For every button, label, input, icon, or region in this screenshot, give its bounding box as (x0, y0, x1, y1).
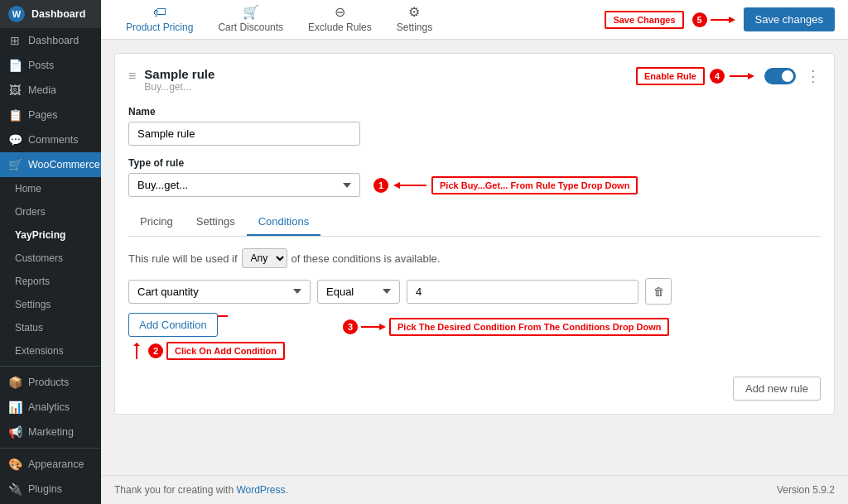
sidebar-item-woocommerce[interactable]: 🛒 WooCommerce (0, 152, 101, 177)
inner-tab-conditions[interactable]: Conditions (247, 209, 320, 236)
condition-value-input[interactable] (407, 280, 638, 304)
sidebar-item-appearance[interactable]: 🎨 Appearance (0, 452, 101, 477)
rule-title: Sample rule (144, 67, 214, 81)
sidebar-logo[interactable]: W Dashboard (0, 0, 101, 28)
sidebar-item-yaypricing[interactable]: YayPricing (0, 223, 101, 247)
sidebar-item-posts[interactable]: 📄 Posts (0, 53, 101, 78)
conditions-section: This rule will be used if Any All of the… (128, 248, 821, 401)
sidebar-item-products[interactable]: 📦 Products (0, 370, 101, 395)
plugins-icon: 🔌 (8, 482, 22, 496)
name-input[interactable] (128, 122, 360, 146)
dashboard-icon: ⊞ (8, 34, 22, 47)
rule-type-select-wrap: Buy...get... Percentage discount Fixed d… (128, 173, 360, 197)
svg-marker-5 (393, 182, 400, 189)
top-save-area: Save Changes 5 Save changes (605, 7, 835, 31)
exclude-rules-icon: ⊖ (335, 4, 345, 20)
sidebar-item-comments[interactable]: 💬 Comments (0, 127, 101, 152)
sidebar-item-analytics[interactable]: 📊 Analytics (0, 395, 101, 420)
tab-cart-discounts[interactable]: 🛒 Cart Discounts (206, 0, 295, 41)
hamburger-icon[interactable]: ≡ (128, 69, 136, 84)
footer-version: Version 5.9.2 (777, 484, 835, 496)
tab-exclude-rules[interactable]: ⊖ Exclude Rules (296, 0, 383, 41)
tab-settings-icon: ⚙ (408, 4, 420, 20)
conditions-desc-prefix: This rule will be used if (128, 252, 238, 265)
rule-header-left: ≡ Sample rule Buy...get... (128, 67, 214, 93)
marketing-icon: 📢 (8, 425, 22, 439)
sidebar-item-settings-woo[interactable]: Settings (0, 293, 101, 316)
annotation-callout-2: Click On Add Condition (166, 342, 285, 360)
tab-product-pricing[interactable]: 🏷 Product Pricing (114, 0, 205, 41)
sidebar-item-extensions[interactable]: Extensions (0, 339, 101, 362)
footer: Thank you for creating with WordPress. V… (101, 475, 848, 504)
inner-tab-pricing[interactable]: Pricing (128, 209, 185, 236)
annotation-number-1: 1 (373, 178, 388, 193)
sidebar-label-home: Home (15, 183, 41, 194)
appearance-icon: 🎨 (8, 458, 22, 471)
annotation-number-2: 2 (148, 343, 163, 358)
condition-delete-button[interactable]: 🗑 (645, 278, 672, 305)
rule-type-form-group: Type of rule Buy...get... Percentage dis… (128, 157, 821, 197)
sidebar-label-settings-woo: Settings (15, 299, 51, 310)
media-icon: 🖼 (8, 84, 22, 97)
pages-icon: 📋 (8, 108, 22, 122)
sidebar-label-yaypricing: YayPricing (15, 229, 65, 241)
condition-type-select[interactable]: Cart quantity Cart total Product (128, 280, 311, 304)
add-condition-button[interactable]: Add Condition (128, 313, 218, 337)
sidebar-item-reports[interactable]: Reports (0, 270, 101, 293)
sidebar-item-marketing[interactable]: 📢 Marketing (0, 420, 101, 444)
name-label: Name (128, 106, 821, 118)
sidebar-item-pages[interactable]: 📋 Pages (0, 103, 101, 127)
tab-settings-label: Settings (397, 22, 432, 33)
rule-card: ≡ Sample rule Buy...get... Enable Rule 4 (114, 53, 835, 415)
annotation-3-callout-area: 3 Pick The Desired Condition From The Co… (343, 318, 669, 336)
annotation-2-wrap: 2 Click On Add Condition (128, 342, 285, 360)
rule-type-select[interactable]: Buy...get... Percentage discount Fixed d… (128, 173, 360, 197)
inner-tabs: Pricing Settings Conditions (128, 209, 821, 237)
comments-icon: 💬 (8, 133, 22, 146)
arrow-4-svg (730, 70, 754, 83)
sidebar-item-home[interactable]: Home (0, 177, 101, 200)
save-changes-button[interactable]: Save changes (744, 7, 835, 31)
analytics-icon: 📊 (8, 401, 22, 414)
wp-icon: W (8, 6, 25, 22)
rule-subtitle: Buy...get... (144, 81, 214, 93)
add-condition-area: Add Condition 2 Click On Add Condition (128, 313, 821, 360)
conditions-desc-suffix: of these conditions is available. (292, 252, 441, 265)
arrow-5-svg (711, 13, 735, 26)
main-content: 🏷 Product Pricing 🛒 Cart Discounts ⊖ Exc… (101, 0, 848, 504)
add-new-rule-button[interactable]: Add new rule (733, 377, 821, 401)
arrow-3-right-svg (361, 320, 386, 334)
sidebar-item-status[interactable]: Status (0, 316, 101, 339)
sidebar-item-media[interactable]: 🖼 Media (0, 78, 101, 103)
sidebar-logo-label: Dashboard (31, 8, 85, 20)
name-form-group: Name (128, 106, 821, 146)
sidebar-label-dashboard: Dashboard (28, 35, 79, 46)
rule-header-right: Enable Rule 4 ⋮ (636, 67, 821, 85)
enable-rule-toggle[interactable] (764, 68, 796, 84)
enable-rule-annotation: Enable Rule 4 (636, 67, 754, 85)
sidebar-item-dashboard[interactable]: ⊞ Dashboard (0, 28, 101, 53)
tab-cart-discounts-label: Cart Discounts (218, 22, 283, 33)
sidebar-label-extensions: Extensions (15, 345, 64, 357)
footer-wordpress-link[interactable]: WordPress. (236, 484, 287, 496)
tab-product-pricing-label: Product Pricing (126, 22, 193, 33)
products-icon: 📦 (8, 376, 22, 389)
sidebar: W Dashboard ⊞ Dashboard 📄 Posts 🖼 Media … (0, 0, 101, 504)
svg-marker-1 (729, 17, 735, 23)
inner-tab-settings[interactable]: Settings (185, 209, 247, 236)
annotation-callout-4: Enable Rule (636, 67, 705, 85)
sidebar-item-plugins[interactable]: 🔌 Plugins (0, 477, 101, 502)
sidebar-item-customers[interactable]: Customers (0, 247, 101, 270)
posts-icon: 📄 (8, 59, 22, 72)
sidebar-label-comments: Comments (28, 134, 78, 146)
annotation-callout-1: Pick Buy...Get... From Rule Type Drop Do… (431, 176, 638, 194)
condition-row-wrapper: Cart quantity Cart total Product Equal G… (128, 278, 821, 305)
sidebar-item-orders[interactable]: Orders (0, 200, 101, 223)
svg-marker-11 (379, 324, 386, 330)
condition-operator-select[interactable]: Equal Greater than Less than (317, 280, 400, 304)
tab-settings[interactable]: ⚙ Settings (385, 0, 444, 41)
annotation-number-4: 4 (710, 69, 725, 84)
any-select[interactable]: Any All (242, 248, 287, 268)
more-options-button[interactable]: ⋮ (806, 67, 821, 85)
rule-header: ≡ Sample rule Buy...get... Enable Rule 4 (128, 67, 821, 93)
